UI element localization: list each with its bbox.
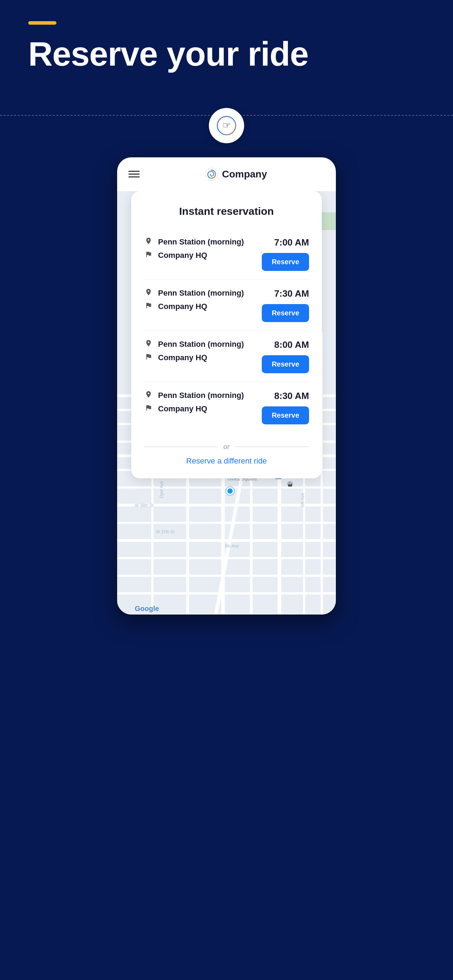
reserve-button[interactable]: Reserve: [262, 253, 309, 271]
destination-name: Company HQ: [158, 353, 207, 362]
destination-name: Company HQ: [158, 404, 207, 414]
ride-origin-row: Penn Station (morning): [144, 237, 256, 247]
flag-icon: [144, 404, 153, 414]
or-line-left: [144, 447, 218, 447]
ride-item: Penn Station (morning) Company HQ 7:00 A…: [144, 229, 309, 280]
reserve-button[interactable]: Reserve: [262, 355, 309, 373]
destination-name: Company HQ: [158, 251, 207, 260]
location-pin-icon: [144, 391, 153, 400]
company-logo: Company: [147, 167, 324, 181]
reserve-different-ride-link[interactable]: Reserve a different ride: [186, 457, 267, 465]
ride-list: Penn Station (morning) Company HQ 7:00 A…: [144, 229, 309, 433]
ride-dest-row: Company HQ: [144, 250, 256, 260]
flag-icon: [144, 250, 153, 260]
ride-info: Penn Station (morning) Company HQ: [144, 237, 256, 260]
ride-dest-row: Company HQ: [144, 404, 256, 414]
or-divider: or: [144, 443, 309, 451]
hamburger-menu-button[interactable]: [129, 171, 140, 177]
ride-right: 7:30 AM Reserve: [256, 288, 309, 322]
reserve-button[interactable]: Reserve: [262, 406, 309, 425]
app-navbar: Company: [117, 158, 336, 191]
location-pin-icon: [144, 288, 153, 298]
svg-text:6th Ave: 6th Ave: [300, 492, 305, 507]
page-title: Reserve your ride: [28, 35, 425, 73]
company-name-label: Company: [222, 169, 267, 180]
origin-name: Penn Station (morning): [158, 237, 244, 247]
svg-text:Dyer Ave: Dyer Ave: [159, 481, 164, 498]
bottom-section: [0, 614, 453, 756]
or-text: or: [223, 443, 230, 451]
hamburger-line-3: [129, 177, 140, 177]
location-pin-icon: [144, 339, 153, 349]
svg-point-55: [227, 488, 233, 494]
flag-icon: [144, 302, 153, 312]
reservation-card: Instant reservation Penn Station (mornin…: [131, 191, 322, 478]
flag-icon: [144, 353, 153, 363]
pointer-icon: ☞: [216, 115, 237, 136]
divider-circle-icon: ☞: [209, 108, 244, 143]
ride-origin-row: Penn Station (morning): [144, 288, 256, 298]
reserve-button[interactable]: Reserve: [262, 304, 309, 322]
company-logo-icon: [204, 167, 218, 181]
origin-name: Penn Station (morning): [158, 340, 244, 349]
card-title: Instant reservation: [144, 205, 309, 217]
ride-origin-row: Penn Station (morning): [144, 391, 256, 400]
divider-section: ☞: [0, 87, 453, 143]
yellow-accent-bar: [28, 21, 56, 25]
ride-item: Penn Station (morning) Company HQ 8:30 A…: [144, 382, 309, 433]
ride-time: 7:00 AM: [274, 237, 309, 248]
svg-text:Google: Google: [135, 605, 159, 612]
top-section: Reserve your ride: [0, 0, 453, 87]
svg-text:W 38th St: W 38th St: [135, 503, 153, 508]
ride-right: 8:00 AM Reserve: [256, 339, 309, 373]
destination-name: Company HQ: [158, 302, 207, 311]
ride-right: 7:00 AM Reserve: [256, 237, 309, 271]
svg-text:📷: 📷: [288, 482, 292, 487]
origin-name: Penn Station (morning): [158, 391, 244, 400]
svg-text:☞: ☞: [223, 120, 231, 130]
map-section: HELL'S KITCHEN Times Square Hotel Riu Pl…: [117, 191, 336, 614]
svg-text:8th Ave: 8th Ave: [225, 544, 239, 549]
or-line-right: [235, 447, 309, 447]
ride-time: 8:00 AM: [274, 339, 309, 350]
ride-right: 8:30 AM Reserve: [256, 391, 309, 425]
phone-mock: Company: [117, 158, 336, 614]
svg-text:W 37th St: W 37th St: [156, 530, 175, 535]
ride-time: 8:30 AM: [274, 391, 309, 401]
ride-info: Penn Station (morning) Company HQ: [144, 391, 256, 414]
ride-origin-row: Penn Station (morning): [144, 339, 256, 349]
ride-info: Penn Station (morning) Company HQ: [144, 339, 256, 363]
ride-dest-row: Company HQ: [144, 302, 256, 312]
ride-item: Penn Station (morning) Company HQ 8:00 A…: [144, 331, 309, 382]
ride-time: 7:30 AM: [274, 288, 309, 299]
different-ride-section: Reserve a different ride: [144, 457, 309, 466]
hamburger-line-2: [129, 173, 140, 175]
ride-dest-row: Company HQ: [144, 353, 256, 363]
hamburger-line-1: [129, 171, 140, 172]
location-pin-icon: [144, 237, 153, 247]
ride-item: Penn Station (morning) Company HQ 7:30 A…: [144, 280, 309, 331]
phone-container: Company: [0, 143, 453, 614]
origin-name: Penn Station (morning): [158, 289, 244, 298]
ride-info: Penn Station (morning) Company HQ: [144, 288, 256, 312]
